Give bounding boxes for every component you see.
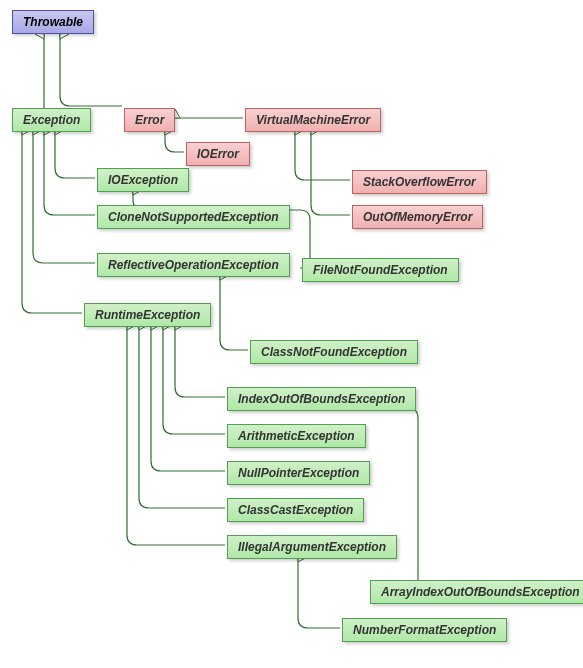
class-virtualmachineerror: VirtualMachineError xyxy=(245,108,381,132)
class-reflectiveoperationexception: ReflectiveOperationException xyxy=(97,253,290,277)
label: CloneNotSupportedException xyxy=(108,210,279,224)
class-arithmeticexception: ArithmeticException xyxy=(227,424,366,448)
label: ArithmeticException xyxy=(238,429,355,443)
label: FileNotFoundException xyxy=(313,263,448,277)
class-outofmemoryerror: OutOfMemoryError xyxy=(352,205,483,229)
inheritance-connectors xyxy=(0,0,583,668)
label: RuntimeException xyxy=(95,308,200,322)
label: ArrayIndexOutOfBoundsException xyxy=(381,585,580,599)
class-runtimeexception: RuntimeException xyxy=(84,303,211,327)
label: Error xyxy=(135,113,164,127)
label: IOError xyxy=(197,147,239,161)
label: OutOfMemoryError xyxy=(363,210,472,224)
class-throwable: Throwable xyxy=(12,10,94,34)
class-stackoverflowerror: StackOverflowError xyxy=(352,170,487,194)
label: Exception xyxy=(23,113,80,127)
class-ioexception: IOException xyxy=(97,168,189,192)
class-error: Error xyxy=(124,108,175,132)
label: VirtualMachineError xyxy=(256,113,370,127)
label: IOException xyxy=(108,173,178,187)
class-arrayindexoutofboundsexception: ArrayIndexOutOfBoundsException xyxy=(370,580,583,604)
class-indexoutofboundsexception: IndexOutOfBoundsException xyxy=(227,387,416,411)
label: ClassCastException xyxy=(238,503,353,517)
class-nullpointerexception: NullPointerException xyxy=(227,461,370,485)
label: NumberFormatException xyxy=(353,623,496,637)
label: ClassNotFoundException xyxy=(261,345,407,359)
class-classcastexception: ClassCastException xyxy=(227,498,364,522)
label: IllegalArgumentException xyxy=(238,540,386,554)
class-exception: Exception xyxy=(12,108,91,132)
class-ioerror: IOError xyxy=(186,142,250,166)
class-illegalargumentexception: IllegalArgumentException xyxy=(227,535,397,559)
class-clonenotsupportedexception: CloneNotSupportedException xyxy=(97,205,290,229)
class-numberformatexception: NumberFormatException xyxy=(342,618,507,642)
label: NullPointerException xyxy=(238,466,359,480)
label: ReflectiveOperationException xyxy=(108,258,279,272)
class-classnotfoundexception: ClassNotFoundException xyxy=(250,340,418,364)
class-filenotfoundexception: FileNotFoundException xyxy=(302,258,459,282)
label: IndexOutOfBoundsException xyxy=(238,392,405,406)
label: StackOverflowError xyxy=(363,175,476,189)
label: Throwable xyxy=(23,15,83,29)
